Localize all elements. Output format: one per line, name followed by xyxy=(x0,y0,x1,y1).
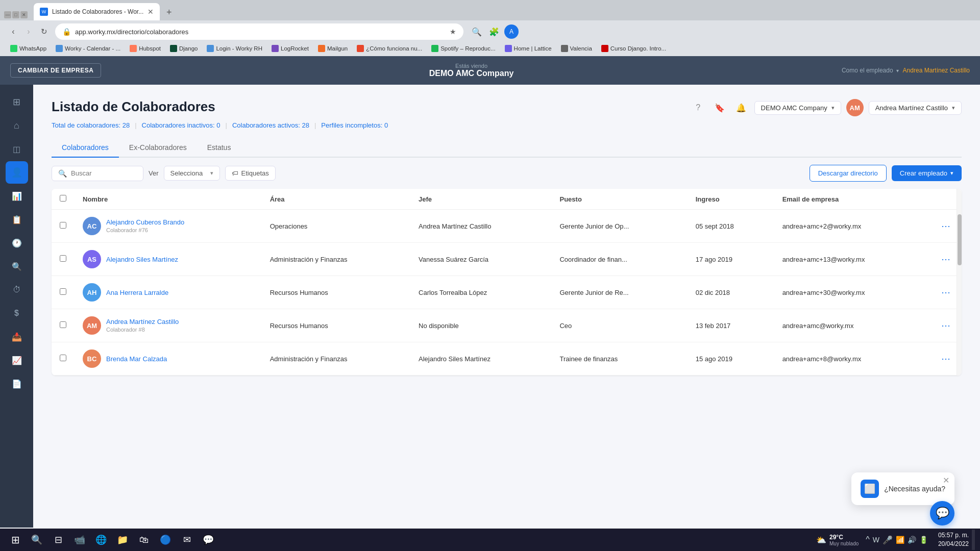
select-all-checkbox[interactable] xyxy=(60,195,66,202)
bookmark-curso-django[interactable]: Curso Django. Intro... xyxy=(597,44,670,53)
sidebar-icon-report[interactable]: 📋 xyxy=(6,208,28,231)
bookmark-valencia[interactable]: Valencia xyxy=(557,44,596,53)
col-nombre[interactable]: Nombre xyxy=(75,189,262,210)
bookmark-login[interactable]: Login - Worky RH xyxy=(203,44,266,53)
search-input[interactable] xyxy=(71,169,137,177)
tray-network-icon[interactable]: 📶 xyxy=(896,536,904,544)
tray-volume-icon[interactable]: 🔊 xyxy=(908,536,916,544)
sidebar-icon-bar-chart[interactable]: 📈 xyxy=(6,349,28,371)
descargar-directorio-button[interactable]: Descargar directorio xyxy=(810,165,887,182)
bookmark-icon-button[interactable]: 🔖 xyxy=(712,99,728,116)
help-icon-button[interactable]: ? xyxy=(690,99,706,116)
sidebar-icon-chart[interactable]: 📊 xyxy=(6,185,28,207)
employee-name-link[interactable]: Andrea Martínez Castillo xyxy=(106,318,179,325)
etiquetas-button[interactable]: 🏷 Etiquetas xyxy=(225,166,276,181)
sidebar-icon-timer[interactable]: ⏱ xyxy=(6,279,28,301)
bookmark-whatsapp[interactable]: WhatsApp xyxy=(6,44,51,53)
bookmark-spotify[interactable]: Spotify – Reproduc... xyxy=(427,44,499,53)
taskbar-view-button[interactable]: ⊟ xyxy=(48,530,68,550)
new-tab-button[interactable]: + xyxy=(162,5,176,19)
inactive-stat[interactable]: Colaboradores inactivos: 0 xyxy=(142,121,220,129)
area-cell: Administración y Finanzas xyxy=(262,342,410,375)
sidebar-icon-home[interactable]: ⌂ xyxy=(6,114,28,137)
active-stat[interactable]: Colaboradores activos: 28 xyxy=(232,121,309,129)
viewing-label: Estás viendo xyxy=(101,63,842,69)
tray-chevron-icon[interactable]: ^ xyxy=(866,535,870,544)
row-checkbox[interactable] xyxy=(60,321,66,328)
crear-empleado-button[interactable]: Crear empleado ▾ xyxy=(892,165,962,181)
bookmark-hubspot[interactable]: Hubspot xyxy=(126,44,165,53)
bookmark-como[interactable]: ¿Cómo funciona nu... xyxy=(353,44,426,53)
sidebar-icon-search[interactable]: 🔍 xyxy=(6,255,28,278)
row-checkbox[interactable] xyxy=(60,355,66,361)
bookmark-worky[interactable]: Worky - Calendar - ... xyxy=(52,44,125,53)
show-desktop-button[interactable] xyxy=(972,530,975,550)
tab-close-icon[interactable]: ✕ xyxy=(148,8,154,16)
sidebar-icon-doc[interactable]: 📄 xyxy=(6,372,28,395)
col-jefe[interactable]: Jefe xyxy=(410,189,551,210)
row-actions-button[interactable]: ⋯ xyxy=(939,252,952,267)
forward-button[interactable]: › xyxy=(21,24,36,39)
employee-name-link[interactable]: Alejandro Siles Martínez xyxy=(106,256,178,263)
scroll-thumb[interactable] xyxy=(958,214,962,265)
chat-close-button[interactable]: ✕ xyxy=(943,475,949,485)
row-actions-button[interactable]: ⋯ xyxy=(939,285,952,300)
taskbar-edge-button[interactable]: 🌐 xyxy=(91,530,111,550)
row-checkbox[interactable] xyxy=(60,288,66,295)
row-actions-button[interactable]: ⋯ xyxy=(939,218,952,234)
col-email[interactable]: Email de empresa xyxy=(774,189,931,210)
chat-bubble-button[interactable]: 💬 xyxy=(930,501,954,525)
notification-icon-button[interactable]: 🔔 xyxy=(733,99,749,116)
col-puesto[interactable]: Puesto xyxy=(551,189,687,210)
sidebar-icon-people[interactable]: 👤 xyxy=(6,161,28,184)
row-checkbox[interactable] xyxy=(60,222,66,229)
col-area[interactable]: Área xyxy=(262,189,410,210)
taskbar-mail-button[interactable]: ✉ xyxy=(177,530,197,550)
tray-mic-icon[interactable]: 🎤 xyxy=(883,535,893,545)
row-actions-button[interactable]: ⋯ xyxy=(939,351,952,366)
user-selector[interactable]: Andrea Martínez Castillo ▾ xyxy=(869,101,962,115)
sidebar-icon-grid[interactable]: ⊞ xyxy=(6,91,28,113)
employee-name-link[interactable]: Alejandro Cuberos Brando xyxy=(106,218,184,226)
back-button[interactable]: ‹ xyxy=(6,24,20,39)
ver-dropdown[interactable]: Selecciona ▾ xyxy=(164,166,220,181)
table-row: AH Ana Herrera Larralde Recursos Humanos… xyxy=(52,276,962,309)
bookmark-mailgun[interactable]: Mailgun xyxy=(314,44,352,53)
start-button[interactable]: ⊞ xyxy=(5,530,26,550)
tray-worky-icon[interactable]: W xyxy=(873,536,879,544)
taskbar-search-button[interactable]: 🔍 xyxy=(27,530,47,550)
sidebar-icon-clock[interactable]: 🕐 xyxy=(6,232,28,254)
sidebar-icon-calendar[interactable]: ◫ xyxy=(6,138,28,160)
extensions-icon[interactable]: 🧩 xyxy=(487,24,501,39)
employee-name-link[interactable]: Brenda Mar Calzada xyxy=(106,355,167,363)
incomplete-stat[interactable]: Perfiles incompletos: 0 xyxy=(321,121,388,129)
row-actions-button[interactable]: ⋯ xyxy=(939,318,952,333)
sidebar-icon-dollar[interactable]: $ xyxy=(6,302,28,324)
tab-colaboradores[interactable]: Colaboradores xyxy=(52,138,119,158)
row-checkbox[interactable] xyxy=(60,255,66,262)
address-bar[interactable]: 🔒 app.worky.mx/directorio/colaboradores … xyxy=(55,23,463,40)
jefe-cell: Carlos Torrealba López xyxy=(410,276,551,309)
scrollbar[interactable] xyxy=(957,189,962,375)
chat-widget[interactable]: ✕ ⬜ ¿Necesitas ayuda? xyxy=(851,472,954,505)
tab-estatus[interactable]: Estatus xyxy=(197,138,241,158)
col-ingreso[interactable]: Ingreso xyxy=(688,189,774,210)
employee-name-link[interactable]: Ana Herrera Larralde xyxy=(106,289,168,296)
bookmark-django[interactable]: Django xyxy=(166,44,202,53)
search-box[interactable]: 🔍 xyxy=(52,166,143,181)
bookmark-lattice[interactable]: Home | Lattice xyxy=(501,44,556,53)
company-selector[interactable]: DEMO AMC Company ▾ xyxy=(754,101,841,115)
taskbar-chrome-button[interactable]: 🔵 xyxy=(155,530,176,550)
total-stat[interactable]: Total de colaboradores: 28 xyxy=(52,121,130,129)
search-icon[interactable]: 🔍 xyxy=(470,24,484,39)
taskbar-file-button[interactable]: 📁 xyxy=(112,530,133,550)
taskbar-chat-button[interactable]: 💬 xyxy=(198,530,218,550)
browser-tab[interactable]: W Listado de Colaboradores - Wor... ✕ xyxy=(34,3,160,20)
taskbar-store-button[interactable]: 🛍 xyxy=(134,530,154,550)
taskbar-meet-button[interactable]: 📹 xyxy=(69,530,90,550)
cambiar-empresa-button[interactable]: CAMBIAR DE EMPRESA xyxy=(10,63,101,78)
sidebar-icon-inbox[interactable]: 📥 xyxy=(6,325,28,348)
refresh-button[interactable]: ↻ xyxy=(37,24,51,39)
tab-ex-colaboradores[interactable]: Ex-Colaboradores xyxy=(119,138,197,158)
bookmark-logrocket[interactable]: LogRocket xyxy=(267,44,313,53)
